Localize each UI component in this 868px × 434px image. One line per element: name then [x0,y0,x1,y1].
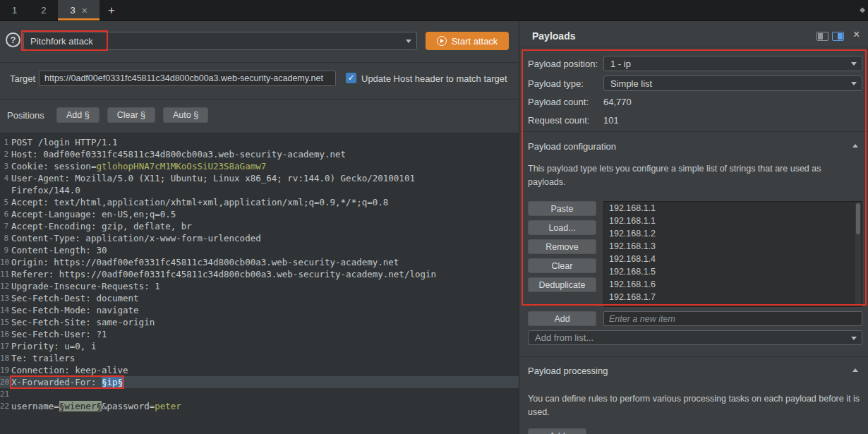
line-content: Firefox/144.0 [11,184,80,196]
code-text: Connection: keep-alive [11,365,128,375]
start-attack-button[interactable]: Start attack [426,32,509,50]
help-icon[interactable]: ? [6,32,20,47]
payload-type-value: Simple list [610,78,652,89]
editor-line[interactable]: 19Connection: keep-alive [0,364,519,376]
payload-list-item[interactable]: 192.168.1.3 [604,240,862,253]
payload-position-value: 1 - ip [610,59,631,69]
editor-line[interactable]: 12Upgrade-Insecure-Requests: 1 [0,280,519,292]
code-text: Sec-Fetch-User: ?1 [11,329,107,339]
clear-button[interactable]: Clear [528,258,596,273]
payload-list-item[interactable]: 192.168.1.2 [604,227,862,240]
line-number: 9 [0,244,11,256]
payload-position-select[interactable]: 1 - ip [603,56,862,71]
editor-line[interactable]: 17Priority: u=0, i [0,340,519,352]
editor-line[interactable]: 18Te: trailers [0,352,519,364]
collapse-section-icon[interactable] [852,144,858,147]
new-item-input[interactable] [603,311,862,326]
chevron-down-icon [851,62,857,66]
paste-button[interactable]: Paste [528,201,596,216]
collapse-section-icon[interactable] [852,368,858,372]
line-number: 3 [0,160,11,172]
editor-line[interactable]: 4User-Agent: Mozilla/5.0 (X11; Ubuntu; L… [0,172,519,184]
payload-list[interactable]: 192.168.1.1192.168.1.1192.168.1.2192.168… [603,201,862,307]
editor-line[interactable]: 1POST /login HTTP/1.1 [0,136,519,148]
tab-3[interactable]: 3× [58,0,99,20]
request-count-label: Request count: [528,115,589,126]
payload-list-item[interactable]: 192.168.1.7 [604,291,862,303]
editor-line[interactable]: 11Referer: https://0adf00ef0331fc45811c3… [0,268,519,280]
payload-configuration-title: Payload configuration [528,141,616,152]
line-content: Accept-Language: en-US,en;q=0.5 [11,208,176,220]
editor-line[interactable]: 15Sec-Fetch-Site: same-origin [0,316,519,328]
editor-line[interactable]: Firefox/144.0 [0,184,519,196]
tab-1[interactable]: 1 [0,0,29,20]
code-text: Accept-Language: en-US,en;q=0.5 [11,209,176,219]
line-content: Host: 0adf00ef0331fc45811c34d800cb00a3.w… [11,148,346,160]
editor-line[interactable]: 16Sec-Fetch-User: ?1 [0,328,519,340]
code-text: User-Agent: Mozilla/5.0 (X11; Ubuntu; Li… [11,173,415,183]
editor-line[interactable]: 3Cookie: session=gtlohopHNA7cM1MKoOsSiU2… [0,160,519,172]
code-text: Priority: u=0, i [11,341,96,351]
editor-line[interactable]: 8Content-Type: application/x-www-form-ur… [0,232,519,244]
remove-button[interactable]: Remove [528,239,596,254]
close-panel-icon[interactable]: × [853,28,860,41]
add-from-list-label: Add from list... [535,332,593,343]
divider [520,47,868,47]
code-text: Te: trailers [11,353,75,363]
new-tab-button[interactable]: + [100,0,123,20]
tab-close-icon[interactable]: × [82,6,88,16]
add-from-list-select[interactable]: Add from list... [528,330,862,345]
editor-line[interactable]: 7Accept-Encoding: gzip, deflate, br [0,220,519,232]
payload-list-item[interactable]: 192.168.1.5 [604,265,862,278]
code-text: gtlohopHNA7cM1MKoOsSiU23S8aGamw7 [96,161,266,171]
payload-list-item[interactable]: 192.168.1.1 [604,215,862,227]
layout-columns-icon[interactable] [816,32,828,41]
code-text: Sec-Fetch-Mode: navigate [11,305,139,315]
deduplicate-button[interactable]: Deduplicate [528,277,596,292]
line-number: 19 [0,364,11,376]
line-number: 5 [0,196,11,208]
auto-positions-button[interactable]: Auto § [163,107,208,123]
add-positions-button[interactable]: Add § [56,107,100,123]
line-number: 8 [0,232,11,244]
payload-type-select[interactable]: Simple list [603,76,862,91]
line-content: Priority: u=0, i [11,340,96,352]
code-text: Accept-Encoding: gzip, deflate, br [11,221,192,231]
load-button[interactable]: Load... [528,220,596,235]
line-number: 14 [0,304,11,316]
editor-line[interactable]: 13Sec-Fetch-Dest: document [0,292,519,304]
payload-list-item[interactable]: 192.168.1.8 [604,303,862,307]
request-editor[interactable]: 1POST /login HTTP/1.12Host: 0adf00ef0331… [0,133,519,434]
request-count-value: 101 [603,115,619,126]
processing-add-button[interactable]: Add [528,428,586,434]
payload-list-item[interactable]: 192.168.1.1 [604,202,862,215]
update-host-checkbox[interactable]: ✓ [346,73,356,83]
code-text: username= [11,401,59,411]
scrollbar-thumb[interactable] [856,203,860,234]
clear-positions-button[interactable]: Clear § [107,107,155,123]
target-url-input[interactable] [39,71,336,86]
tab-2[interactable]: 2 [29,0,58,20]
payload-position-label: Payload position: [528,59,598,69]
editor-line[interactable]: 2Host: 0adf00ef0331fc45811c34d800cb00a3.… [0,148,519,160]
payload-list-item[interactable]: 192.168.1.4 [604,253,862,265]
editor-line[interactable]: 21 [0,388,519,400]
editor-line[interactable]: 20X-Forwarded-For: §ip§ [0,376,519,388]
code-text: Origin: https://0adf00ef0331fc45811c34d8… [11,257,399,267]
scrollbar-track[interactable] [855,203,861,306]
editor-line[interactable]: 5Accept: text/html,application/xhtml+xml… [0,196,519,208]
editor-line[interactable]: 6Accept-Language: en-US,en;q=0.5 [0,208,519,220]
editor-line[interactable]: 9Content-Length: 30 [0,244,519,256]
layout-split-icon[interactable] [832,32,844,41]
target-label: Target [10,73,35,84]
payload-list-item[interactable]: 192.168.1.6 [604,278,862,291]
editor-line[interactable]: 22username=§wiener§&password=peter [0,400,519,412]
chevron-down-icon [851,337,857,340]
line-number: 17 [0,340,11,352]
payloads-title: Payloads [532,30,575,42]
editor-line[interactable]: 10Origin: https://0adf00ef0331fc45811c34… [0,256,519,268]
editor-line[interactable]: 14Sec-Fetch-Mode: navigate [0,304,519,316]
attack-type-select[interactable]: Pitchfork attack [23,32,417,50]
add-item-button[interactable]: Add [528,311,596,326]
chevron-down-icon [406,40,411,43]
